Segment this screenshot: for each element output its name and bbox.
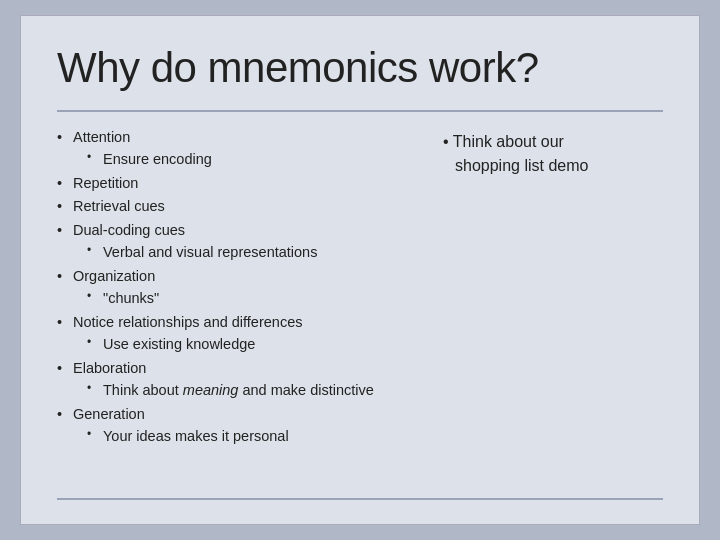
right-column: • Think about our shopping list demo [443,126,663,484]
list-item: Attention Ensure encoding [57,126,423,171]
item-label: Notice relationships and differences [73,314,302,330]
bottom-divider [57,498,663,500]
item-label: Elaboration [73,360,146,376]
think-box: • Think about our shopping list demo [443,130,588,178]
sub-list-item: Ensure encoding [87,148,423,170]
top-divider [57,110,663,112]
list-item: Retrieval cues [57,195,423,217]
item-label: Dual-coding cues [73,222,185,238]
list-item: Organization "chunks" [57,265,423,310]
sub-list: Use existing knowledge [73,333,423,355]
sub-item-label: Ensure encoding [103,151,212,167]
sub-list-item: Your ideas makes it personal [87,425,423,447]
sub-list: "chunks" [73,287,423,309]
list-item: Notice relationships and differences Use… [57,311,423,356]
italic-text: meaning [183,382,239,398]
sub-list-item: Think about meaning and make distinctive [87,379,423,401]
sub-list: Ensure encoding [73,148,423,170]
item-label: Attention [73,129,130,145]
sub-list: Think about meaning and make distinctive [73,379,423,401]
slide: Why do mnemonics work? Attention Ensure … [20,15,700,525]
sub-list-item: "chunks" [87,287,423,309]
sub-item-label: Your ideas makes it personal [103,428,289,444]
main-bullet-list: Attention Ensure encoding Repetition Ret… [57,126,423,448]
sub-list: Verbal and visual representations [73,241,423,263]
slide-title: Why do mnemonics work? [57,44,663,92]
sub-list: Your ideas makes it personal [73,425,423,447]
think-bullet: • [443,133,453,150]
item-label: Generation [73,406,145,422]
sub-list-item: Verbal and visual representations [87,241,423,263]
item-label: Retrieval cues [73,198,165,214]
sub-item-label: Use existing knowledge [103,336,255,352]
sub-item-label: Verbal and visual representations [103,244,317,260]
list-item: Elaboration Think about meaning and make… [57,357,423,402]
sub-list-item: Use existing knowledge [87,333,423,355]
content-area: Attention Ensure encoding Repetition Ret… [57,126,663,484]
sub-item-label: "chunks" [103,290,159,306]
item-label: Repetition [73,175,138,191]
list-item: Repetition [57,172,423,194]
list-item: Generation Your ideas makes it personal [57,403,423,448]
sub-item-label: Think about meaning and make distinctive [103,382,374,398]
left-column: Attention Ensure encoding Repetition Ret… [57,126,423,484]
list-item: Dual-coding cues Verbal and visual repre… [57,219,423,264]
think-line2: shopping list demo [443,157,588,174]
item-label: Organization [73,268,155,284]
think-line1: Think about our [453,133,564,150]
